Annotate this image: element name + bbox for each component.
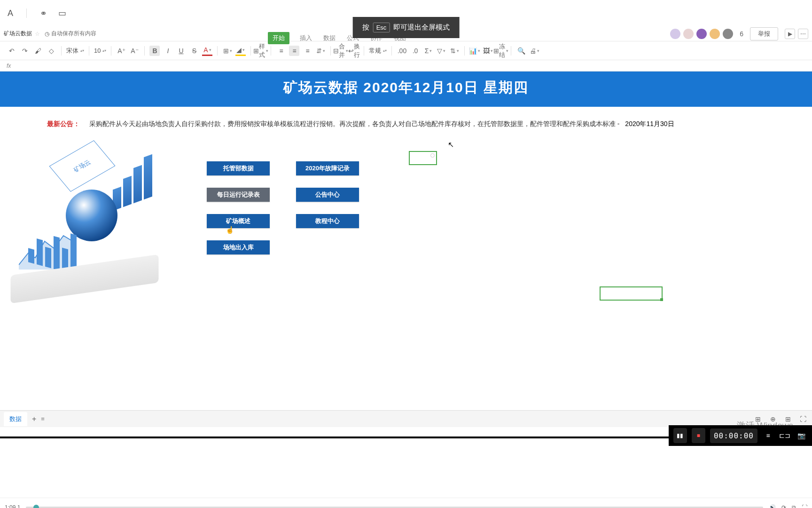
title-banner: 矿场云数据 2020年12月10日 星期四 bbox=[0, 71, 812, 107]
screen-recorder-bar: ▮▮ ■ 00:00:00 ≡ ⊏⊐ 📷 bbox=[669, 425, 812, 446]
font-color-icon[interactable]: A bbox=[202, 46, 212, 56]
selected-cell[interactable] bbox=[600, 286, 663, 301]
pip-icon[interactable]: ⧉ bbox=[792, 504, 796, 508]
fill-color-icon[interactable]: ◢ bbox=[235, 46, 246, 56]
search-icon[interactable]: 🔍 bbox=[516, 46, 526, 56]
formatting-toolbar: ↶ ↷ 🖌 ◇ 宋体▴▾ 10▴▾ A⁺ A⁻ B I U S A ⊞ ◢ ⊞ … bbox=[0, 41, 812, 60]
esc-toast-suffix: 即可退出全屏模式 bbox=[393, 23, 450, 32]
esc-key-label: Esc bbox=[373, 23, 390, 32]
sheet-tab-bar: 数据 + ≡ ⊞ ⊕ ⊞ ⛶ bbox=[0, 410, 812, 427]
print-icon[interactable]: 🖨 bbox=[529, 46, 539, 56]
expand-icon[interactable]: ⛶ bbox=[798, 414, 808, 424]
loop-icon[interactable]: ⟳ bbox=[781, 504, 786, 508]
decimal-dec-icon[interactable]: .00 bbox=[397, 46, 407, 56]
recorder-time: 00:00:00 bbox=[710, 429, 757, 443]
progress-thumb[interactable] bbox=[33, 505, 39, 508]
add-sheet-button[interactable]: + bbox=[27, 415, 41, 423]
present-icon[interactable]: ▶ bbox=[785, 29, 795, 39]
format-painter-icon[interactable]: 🖌 bbox=[33, 46, 43, 56]
notice-row: 最新公告： 采购配件从今天起由场地负责人自行采购付款，费用报销按审核单模板流程进… bbox=[0, 107, 812, 133]
avatar[interactable] bbox=[670, 29, 680, 39]
nav-btn-hosting-data[interactable]: 托管部数据 bbox=[207, 161, 270, 175]
undo-icon[interactable]: ↶ bbox=[7, 46, 17, 56]
chart-icon[interactable]: 📊 bbox=[469, 46, 480, 56]
menu-tab-insert[interactable]: 插入 bbox=[299, 32, 313, 44]
bold-icon[interactable]: B bbox=[149, 46, 160, 56]
align-right-icon[interactable]: ≡ bbox=[302, 46, 312, 56]
sheet-viewport[interactable]: 矿场云数据 2020年12月10日 星期四 最新公告： 采购配件从今天起由场地负… bbox=[0, 71, 812, 407]
recorder-minimize-icon[interactable]: ⊏⊐ bbox=[779, 429, 790, 442]
video-controls: 1:09.1 🔊 ⟳ ⧉ ⛶ bbox=[0, 498, 812, 508]
sum-icon[interactable]: Σ bbox=[423, 46, 433, 56]
formula-bar[interactable]: fx bbox=[0, 60, 812, 71]
avatar-count: 6 bbox=[740, 30, 743, 38]
recorder-pause-button[interactable]: ▮▮ bbox=[673, 428, 687, 443]
avatar[interactable] bbox=[723, 29, 733, 39]
notice-label: 最新公告： bbox=[47, 120, 80, 127]
recorder-camera-icon[interactable]: 📷 bbox=[796, 429, 807, 442]
cursor-hand-icon: ☝ bbox=[226, 226, 234, 234]
avatar[interactable] bbox=[696, 29, 707, 39]
align-left-icon[interactable]: ≡ bbox=[276, 46, 286, 56]
letter-a-icon[interactable]: A bbox=[8, 8, 13, 18]
clear-format-icon[interactable]: ◇ bbox=[46, 46, 56, 56]
report-button[interactable]: 举报 bbox=[750, 27, 778, 40]
iso-card-label: 矿场云 bbox=[49, 140, 116, 191]
fullscreen-icon[interactable]: ⛶ bbox=[802, 504, 807, 508]
nav-btn-daily-log[interactable]: 每日运行记录表 bbox=[207, 188, 270, 202]
menu-tab-start[interactable]: 开始 bbox=[268, 32, 289, 44]
nav-btn-announcements[interactable]: 公告中心 bbox=[296, 188, 359, 202]
volume-icon[interactable]: 🔊 bbox=[769, 504, 776, 508]
doc-name[interactable]: 矿场云数据 bbox=[4, 30, 32, 38]
cell-style-icon[interactable]: ⊞ 样式 bbox=[256, 46, 266, 56]
video-progress-bar[interactable] bbox=[26, 507, 763, 508]
nav-btn-mine-overview[interactable]: 矿场概述 bbox=[207, 214, 270, 228]
wrap-icon[interactable]: ↩ 换行 bbox=[349, 46, 359, 56]
fullscreen-esc-toast: 按 Esc 即可退出全屏模式 bbox=[353, 17, 460, 38]
menu-tab-data[interactable]: 数据 bbox=[322, 32, 336, 44]
history-icon[interactable]: ◷ bbox=[45, 31, 49, 37]
underline-icon[interactable]: U bbox=[176, 46, 186, 56]
decimal-inc-icon[interactable]: .0 bbox=[410, 46, 420, 56]
separator bbox=[26, 8, 27, 18]
esc-toast-prefix: 按 bbox=[362, 23, 369, 32]
increase-font-icon[interactable]: A⁺ bbox=[116, 46, 126, 56]
notice-date: 2020年11月30日 bbox=[625, 120, 674, 127]
image-icon[interactable]: 🖼 bbox=[483, 46, 493, 56]
recorder-stop-button[interactable]: ■ bbox=[692, 428, 705, 443]
align-center-icon[interactable]: ≡ bbox=[289, 46, 299, 56]
italic-icon[interactable]: I bbox=[163, 46, 173, 56]
notice-text: 采购配件从今天起由场地负责人自行采购付款，费用报销按审核单模板流程进行报销。再次… bbox=[89, 120, 620, 127]
sort-icon[interactable]: ⇅ bbox=[449, 46, 460, 56]
cursor-arrow-icon: ↖ bbox=[448, 140, 454, 149]
sheet-menu-icon[interactable]: ≡ bbox=[41, 415, 45, 422]
avatar[interactable] bbox=[710, 29, 720, 39]
number-format-select[interactable]: 常规▴▾ bbox=[369, 47, 387, 55]
link-icon[interactable]: ⚭ bbox=[40, 8, 47, 18]
filter-icon[interactable]: ▽ bbox=[436, 46, 446, 56]
nav-btn-site-inventory[interactable]: 场地出入库 bbox=[207, 240, 270, 254]
dashboard-content: 矿场云 托管部数据 每日运行记录表 矿场概述 场地出入库 bbox=[0, 133, 812, 298]
font-select[interactable]: 宋体▴▾ bbox=[66, 47, 84, 55]
redo-icon[interactable]: ↷ bbox=[20, 46, 30, 56]
freeze-icon[interactable]: ⊞ 冻结 bbox=[496, 46, 506, 56]
borders-icon[interactable]: ⊞ bbox=[222, 46, 233, 56]
font-size-select[interactable]: 10▴▾ bbox=[94, 47, 106, 54]
merge-icon[interactable]: ⊟ 合并 bbox=[336, 46, 346, 56]
more-icon[interactable]: ⋯ bbox=[798, 29, 808, 39]
video-time: 1:09.1 bbox=[5, 504, 20, 508]
dashboard-illustration: 矿场云 bbox=[9, 147, 169, 298]
nav-btn-fault-log[interactable]: 2020年故障记录 bbox=[296, 161, 359, 175]
decrease-font-icon[interactable]: A⁻ bbox=[129, 46, 140, 56]
valign-icon[interactable]: ⇵ bbox=[315, 46, 326, 56]
sheet-tab[interactable]: 数据 bbox=[4, 412, 27, 426]
star-icon[interactable]: ☆ bbox=[35, 31, 40, 37]
layout-icon[interactable]: ▭ bbox=[58, 8, 66, 18]
nav-btn-tutorials[interactable]: 教程中心 bbox=[296, 214, 359, 228]
recorder-settings-icon[interactable]: ≡ bbox=[762, 429, 774, 442]
strike-icon[interactable]: S bbox=[189, 46, 199, 56]
fx-label: fx bbox=[7, 63, 11, 69]
collaborator-avatars[interactable] bbox=[670, 29, 733, 39]
highlighted-cell[interactable] bbox=[409, 151, 437, 165]
avatar[interactable] bbox=[683, 29, 694, 39]
